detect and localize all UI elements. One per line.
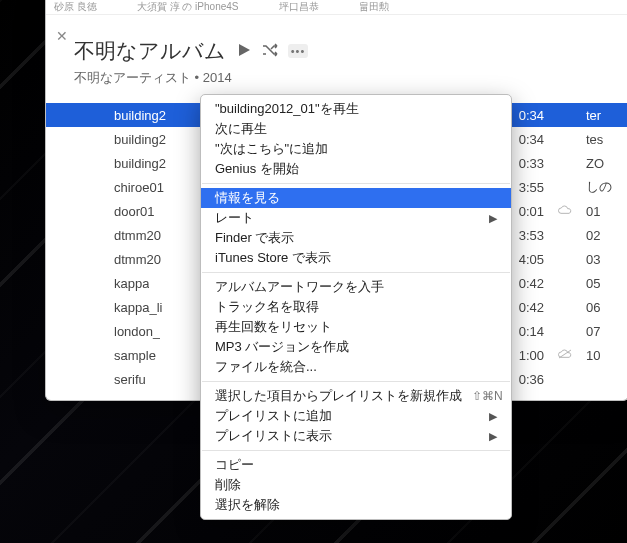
- track-name: dtmm20: [106, 228, 161, 243]
- track-artist-fragment: 06: [580, 300, 627, 315]
- menu-item-label: コピー: [215, 456, 497, 474]
- menu-item-label: ファイルを統合...: [215, 358, 497, 376]
- album-header: 不明なアルバム ••• 不明なアーティスト • 2014: [46, 15, 627, 93]
- track-artist-fragment: しの: [580, 178, 627, 196]
- track-name: serifu: [106, 372, 146, 387]
- menu-item[interactable]: "building2012_01"を再生: [201, 99, 511, 119]
- col-header: 畠田勲: [359, 0, 429, 14]
- menu-item-label: Genius を開始: [215, 160, 497, 178]
- track-artist-fragment: 07: [580, 324, 627, 339]
- menu-item[interactable]: Finder で表示: [201, 228, 511, 248]
- col-header: 砂原 良徳: [54, 0, 137, 14]
- menu-item[interactable]: 情報を見る: [201, 188, 511, 208]
- menu-item[interactable]: トラック名を取得: [201, 297, 511, 317]
- menu-item-label: 選択した項目からプレイリストを新規作成: [215, 387, 462, 405]
- submenu-arrow-icon: ▶: [479, 212, 497, 225]
- menu-item-label: プレイリストに表示: [215, 427, 479, 445]
- menu-item[interactable]: iTunes Store で表示: [201, 248, 511, 268]
- track-name: kappa: [106, 276, 149, 291]
- menu-item-shortcut: ⇧⌘N: [462, 389, 503, 403]
- menu-item-label: 削除: [215, 476, 497, 494]
- track-artist-fragment: ZO: [580, 156, 627, 171]
- menu-item[interactable]: プレイリストに追加▶: [201, 406, 511, 426]
- menu-item-label: MP3 バージョンを作成: [215, 338, 497, 356]
- menu-item[interactable]: プレイリストに表示▶: [201, 426, 511, 446]
- track-artist-fragment: tes: [580, 132, 627, 147]
- album-subtitle: 不明なアーティスト • 2014: [74, 69, 602, 87]
- album-controls: •••: [236, 42, 308, 61]
- menu-item-label: トラック名を取得: [215, 298, 497, 316]
- track-artist-fragment: 01: [580, 204, 627, 219]
- track-name: sample: [106, 348, 156, 363]
- menu-item[interactable]: コピー: [201, 455, 511, 475]
- menu-separator: [202, 183, 510, 184]
- menu-item-label: Finder で表示: [215, 229, 497, 247]
- menu-item[interactable]: 削除: [201, 475, 511, 495]
- menu-item-label: iTunes Store で表示: [215, 249, 497, 267]
- menu-item-label: "building2012_01"を再生: [215, 100, 497, 118]
- menu-item-label: 情報を見る: [215, 189, 497, 207]
- menu-item[interactable]: アルバムアートワークを入手: [201, 277, 511, 297]
- menu-item[interactable]: 再生回数をリセット: [201, 317, 511, 337]
- menu-item[interactable]: 選択を解除: [201, 495, 511, 515]
- track-name: building2: [106, 156, 166, 171]
- shuffle-icon[interactable]: [262, 42, 278, 61]
- track-name: building2: [106, 132, 166, 147]
- col-header: 大須賀 淳 の iPhone4S: [137, 0, 279, 14]
- track-name: chiroe01: [106, 180, 164, 195]
- menu-separator: [202, 381, 510, 382]
- svg-line-0: [559, 350, 571, 358]
- menu-item[interactable]: 次に再生: [201, 119, 511, 139]
- menu-item-label: レート: [215, 209, 479, 227]
- menu-item[interactable]: レート▶: [201, 208, 511, 228]
- menu-item-label: 次に再生: [215, 120, 497, 138]
- menu-item[interactable]: Genius を開始: [201, 159, 511, 179]
- track-artist-fragment: ter: [580, 108, 627, 123]
- menu-item[interactable]: 選択した項目からプレイリストを新規作成⇧⌘N: [201, 386, 511, 406]
- device-column-headers: 砂原 良徳 大須賀 淳 の iPhone4S 坪口昌恭 畠田勲: [46, 0, 627, 15]
- track-name: london_: [106, 324, 160, 339]
- track-name: kappa_li: [106, 300, 162, 315]
- album-title: 不明なアルバム: [74, 37, 226, 65]
- menu-item-label: "次はこちら"に追加: [215, 140, 497, 158]
- play-icon[interactable]: [236, 42, 252, 61]
- menu-item[interactable]: ファイルを統合...: [201, 357, 511, 377]
- track-artist-fragment: 02: [580, 228, 627, 243]
- submenu-arrow-icon: ▶: [479, 410, 497, 423]
- menu-item-label: アルバムアートワークを入手: [215, 278, 497, 296]
- more-icon[interactable]: •••: [288, 44, 308, 58]
- menu-item-label: 選択を解除: [215, 496, 497, 514]
- submenu-arrow-icon: ▶: [479, 430, 497, 443]
- context-menu: "building2012_01"を再生次に再生"次はこちら"に追加Genius…: [200, 94, 512, 520]
- track-name: door01: [106, 204, 154, 219]
- cloud-status-icon: [550, 348, 580, 363]
- menu-item-label: プレイリストに追加: [215, 407, 479, 425]
- close-icon[interactable]: ✕: [56, 28, 68, 44]
- menu-separator: [202, 450, 510, 451]
- track-artist-fragment: 05: [580, 276, 627, 291]
- col-header: 坪口昌恭: [279, 0, 359, 14]
- track-name: building2: [106, 108, 166, 123]
- menu-item-label: 再生回数をリセット: [215, 318, 497, 336]
- track-artist-fragment: 03: [580, 252, 627, 267]
- menu-item[interactable]: MP3 バージョンを作成: [201, 337, 511, 357]
- track-name: dtmm20: [106, 252, 161, 267]
- track-artist-fragment: 10: [580, 348, 627, 363]
- menu-item[interactable]: "次はこちら"に追加: [201, 139, 511, 159]
- cloud-status-icon: [550, 204, 580, 219]
- menu-separator: [202, 272, 510, 273]
